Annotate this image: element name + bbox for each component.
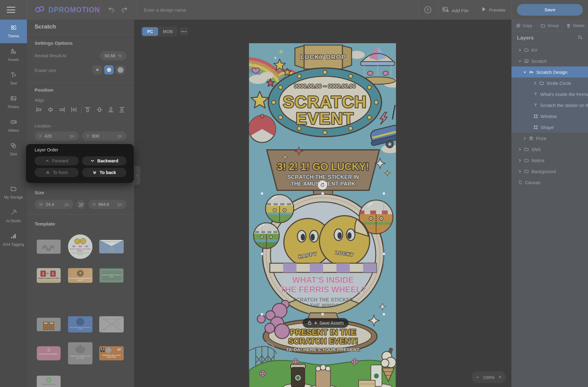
- eraser-size-small[interactable]: [92, 65, 102, 74]
- template-thumb-scribble[interactable]: [37, 240, 61, 254]
- unlink-icon[interactable]: [76, 200, 85, 209]
- distribute-horizontal-icon[interactable]: [70, 106, 77, 113]
- sidebar-item-size[interactable]: Size: [0, 138, 27, 161]
- layer-row-scratch-design[interactable]: Scratch Design: [511, 66, 588, 78]
- align-left-icon[interactable]: [35, 106, 43, 113]
- layer-label: KV: [531, 47, 537, 53]
- sidebar-item-ga4-tagging[interactable]: GA4 Tagging: [0, 228, 27, 252]
- copy-button[interactable]: Copy: [511, 20, 537, 32]
- save-button[interactable]: Save: [517, 4, 583, 16]
- layer-row-smile-circle[interactable]: Smile Circle: [511, 78, 588, 89]
- collapse-layers-icon[interactable]: [577, 35, 582, 41]
- preview-button[interactable]: Preview: [481, 6, 505, 13]
- layer-row-text-sticker[interactable]: Scratch the sticker on the w: [511, 100, 588, 111]
- sidebar-item-assets[interactable]: Assets: [0, 43, 27, 67]
- align-center-horizontal-icon[interactable]: [47, 106, 54, 113]
- sidebar-item-text[interactable]: Text: [0, 67, 27, 90]
- layer-row-shape[interactable]: Shape: [511, 122, 588, 133]
- eraser-size-medium[interactable]: [104, 65, 114, 74]
- gondola-left-bottom: [254, 223, 279, 249]
- help-icon[interactable]: ?: [423, 5, 432, 14]
- align-bottom-icon[interactable]: [107, 106, 115, 113]
- selection-handle-se[interactable]: [383, 313, 385, 316]
- template-thumb-shadow-guess[interactable]: ? Can you guess the product from its sha…: [68, 268, 92, 283]
- selection-handle-s[interactable]: [321, 313, 324, 316]
- template-thumb-gray-envelope[interactable]: Scratch to reveal your gift!: [99, 316, 124, 332]
- align-right-icon[interactable]: [58, 106, 66, 113]
- template-thumb-coin[interactable]: Scratch with the Coin!: [37, 376, 61, 387]
- canvas-icon: [518, 180, 522, 184]
- canvas-design[interactable]: LUCKY DROP: [249, 43, 396, 387]
- w-prefix: W: [39, 202, 43, 207]
- layer-row-notice[interactable]: Notice: [511, 155, 588, 166]
- tab-pc[interactable]: PC: [142, 27, 158, 36]
- location-x-input[interactable]: X 420 px: [35, 131, 79, 141]
- sidebar-item-theme[interactable]: Theme: [0, 20, 27, 43]
- selection-handle-w[interactable]: [261, 252, 263, 255]
- layer-row-window[interactable]: Window: [511, 111, 588, 122]
- panel-collapse-handle[interactable]: ‹: [134, 166, 140, 185]
- rotate-handle[interactable]: [318, 180, 327, 190]
- brand-name: DPROMOTION: [48, 6, 100, 14]
- layer-order-popup: Layer Order Forward Backward To front To…: [26, 144, 134, 183]
- redo-icon[interactable]: [121, 6, 128, 13]
- sidebar-item-videos[interactable]: Videos: [0, 114, 27, 138]
- group-button[interactable]: Group: [537, 20, 563, 32]
- template-thumb-pool[interactable]: What could be hiding at the bottom of th…: [68, 316, 92, 332]
- template-heading: Template: [35, 221, 55, 227]
- chevron-down-icon: [518, 59, 522, 63]
- design-name-input[interactable]: [143, 6, 272, 14]
- menu-icon[interactable]: [7, 6, 15, 14]
- distribute-vertical-icon[interactable]: [118, 106, 126, 113]
- scribble-icon: [529, 70, 534, 74]
- selection-handle-e[interactable]: [383, 252, 385, 255]
- layer-row-prize[interactable]: Prize: [511, 133, 588, 144]
- template-thumb-fingertips[interactable]: Scratch with your fingertips~!: [37, 346, 61, 360]
- layer-row-kv[interactable]: KV: [511, 44, 588, 55]
- width-input[interactable]: W 24.4 px: [35, 200, 74, 209]
- backward-button[interactable]: Backward: [82, 156, 126, 165]
- gift-icon: [529, 136, 533, 141]
- selection-handle-n[interactable]: [321, 192, 324, 195]
- size-heading: Size: [35, 190, 44, 195]
- layer-row-background[interactable]: Background: [511, 166, 588, 177]
- delete-button[interactable]: Delete: [562, 20, 588, 32]
- device-toggle: PC MOB: [141, 26, 178, 37]
- sidebar-label: AI Studio: [3, 219, 24, 223]
- template-thumb-envelope[interactable]: Open the envelope to reveal your prize!: [99, 240, 124, 253]
- sidebar-item-ai-studio[interactable]: AI Studio: [0, 204, 27, 228]
- template-thumb-chalkboard[interactable]: Scratch the blind to reveal your prize!: [99, 268, 124, 283]
- template-thumb-mat[interactable]: Scratch the mat to reveal hidden Gifts!: [99, 346, 124, 360]
- tab-mob[interactable]: MOB: [160, 27, 176, 36]
- sidebar-item-my-storage[interactable]: My Storage: [0, 181, 27, 204]
- location-y-input[interactable]: Y 800 px: [82, 131, 126, 141]
- align-center-vertical-icon[interactable]: [96, 106, 103, 113]
- add-file-button[interactable]: Add File: [442, 6, 469, 15]
- layer-row-sns[interactable]: SNS: [511, 144, 588, 155]
- zoom-in-button[interactable]: +: [498, 374, 502, 380]
- layer-row-scratch[interactable]: Scratch: [511, 55, 588, 66]
- template-thumb-pumpkin[interactable]: Scratch the pumpkin to see your Prize!: [68, 342, 92, 364]
- sidebar-item-photos[interactable]: Photos: [0, 90, 27, 114]
- align-top-icon[interactable]: [84, 106, 91, 113]
- more-options-icon[interactable]: •••: [179, 27, 189, 36]
- template-caption: Scratch the mat to reveal hidden Gifts!: [100, 354, 123, 358]
- undo-icon[interactable]: [108, 6, 115, 13]
- zoom-out-button[interactable]: −: [476, 374, 479, 380]
- to-back-button[interactable]: To back: [82, 168, 126, 177]
- reveal-result-input[interactable]: 50.68 %: [100, 51, 126, 60]
- template-thumb-one-plus-one[interactable]: 1 + 1 Scratch to reveal your 1+1 offer!: [37, 268, 61, 283]
- height-input[interactable]: H 864.8 px: [88, 200, 126, 209]
- to-front-button[interactable]: To front: [35, 168, 79, 177]
- layer-row-canvas[interactable]: Canvas: [511, 177, 588, 188]
- layer-row-text-ferris[interactable]: What's inside the Ferris Wh: [511, 89, 588, 100]
- size-icon: [10, 142, 17, 150]
- forward-button[interactable]: Forward: [35, 156, 79, 165]
- template-thumb-doors[interactable]: OPEN THE DOOR!: [37, 318, 61, 331]
- eraser-size-large[interactable]: [116, 65, 125, 74]
- save-assets-button[interactable]: + Save Assets: [303, 318, 349, 328]
- selection-handle-sw[interactable]: [261, 313, 263, 316]
- selection-handle-ne[interactable]: [383, 192, 385, 195]
- selection-handle-nw[interactable]: [261, 192, 263, 195]
- template-thumb-ferris-wheel[interactable]: WHAT'S INSIDE THE FERRIS WHEEL? SCRATCH …: [68, 234, 92, 259]
